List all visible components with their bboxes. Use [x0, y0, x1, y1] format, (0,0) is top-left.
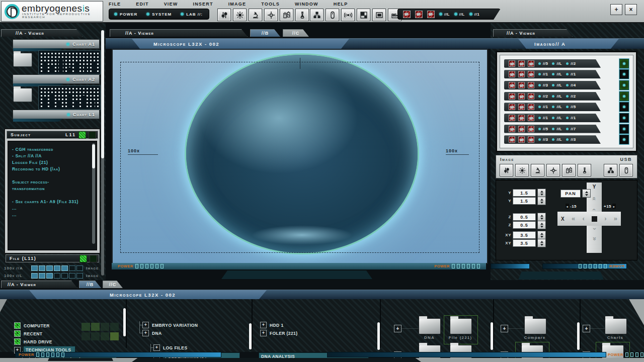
menu-file[interactable]: File — [109, 2, 121, 7]
imaging-row[interactable]: //2 //L //2 — [504, 92, 629, 101]
folder-icon[interactable] — [13, 53, 32, 67]
brightness-icon[interactable] — [515, 164, 529, 176]
menu-tools[interactable]: Tools — [261, 2, 280, 7]
folder-compare[interactable] — [524, 318, 546, 334]
record-icon[interactable] — [415, 11, 423, 18]
imaging-row[interactable]: //1 //L //5 — [504, 102, 629, 112]
pan-right-icon[interactable]: › — [604, 216, 606, 222]
layout-icon[interactable] — [357, 9, 370, 21]
folder-file-221[interactable] — [450, 318, 472, 334]
bottom-tab-c[interactable]: //C — [103, 281, 123, 288]
status-green-icon[interactable] — [78, 131, 86, 139]
xy-stepper[interactable]: XY3.5 — [502, 239, 546, 247]
pan-plus-15[interactable]: +15▸ — [604, 204, 616, 209]
bottom-tab-a[interactable]: //A - Viewer — [1, 281, 77, 288]
pan-right-fast-icon[interactable]: » — [614, 216, 617, 222]
row-indicator[interactable] — [619, 92, 629, 101]
pan-minus-15[interactable]: ◂-15 — [566, 204, 577, 209]
folder-dna[interactable] — [419, 318, 441, 334]
pan-crosshair-icon[interactable] — [546, 164, 560, 176]
expand-plus-icon[interactable] — [14, 322, 21, 329]
progress-bar[interactable] — [31, 273, 83, 279]
column-scrollbar[interactable] — [249, 323, 252, 349]
pan-horizontal-bar[interactable]: X « ‹ › » — [557, 212, 621, 226]
menu-image[interactable]: Image — [228, 2, 247, 7]
window-add-button[interactable]: + — [610, 4, 622, 15]
folder-icon[interactable] — [13, 88, 32, 102]
tree-item-log-files[interactable]: LOG FILES — [153, 344, 187, 351]
expand-plus-icon[interactable] — [501, 325, 508, 332]
row-indicator[interactable] — [619, 102, 629, 112]
network-icon[interactable] — [604, 164, 617, 176]
z-stepper[interactable]: Z0.5 — [502, 213, 546, 221]
menu-help[interactable]: Help — [334, 2, 348, 7]
chart-a1-header[interactable]: Chart A1 — [13, 39, 100, 49]
tree-item-foler-221[interactable]: FOLER (221) — [260, 330, 297, 336]
brightness-icon[interactable] — [233, 9, 247, 21]
chart-l1-header[interactable]: Chart L1 — [13, 110, 100, 119]
pan-mode-stepper[interactable]: PAN — [560, 189, 591, 198]
center-tab-b[interactable]: //B — [250, 29, 280, 37]
imaging-row[interactable]: //5 //L //7 — [504, 124, 629, 134]
left-viewer-tab[interactable]: //A - Viewer — [1, 29, 83, 37]
subject-header[interactable]: Subject L11 — [7, 131, 98, 139]
y-stepper[interactable]: Y1.5 — [502, 197, 546, 205]
power-toggle[interactable]: Power — [114, 12, 137, 17]
menu-view[interactable]: View — [164, 2, 178, 7]
row-indicator[interactable] — [619, 69, 629, 79]
expand-plus-icon[interactable] — [142, 330, 149, 336]
pan-up-fast-icon[interactable]: « — [591, 197, 597, 200]
y-stepper[interactable]: Y1.5 — [502, 189, 546, 197]
imaging-row[interactable]: //3 //L //4 — [504, 80, 629, 90]
tree-item-dna[interactable]: DNA — [142, 330, 162, 336]
sliders-icon[interactable] — [500, 164, 513, 176]
microscope-viewport[interactable]: 100x 100x — [112, 49, 488, 264]
row-indicator[interactable] — [619, 80, 629, 90]
center-tab-a[interactable]: //A - Viewer — [110, 29, 248, 37]
column-scrollbar[interactable] — [377, 322, 380, 350]
progress-bar[interactable] — [31, 265, 83, 271]
flask-icon[interactable] — [578, 164, 591, 176]
sidebar-scrollbar[interactable] — [101, 30, 104, 276]
subject-scrollbar[interactable] — [92, 143, 95, 244]
window-close-button[interactable]: × — [625, 4, 637, 15]
menu-edit[interactable]: Edit — [136, 2, 148, 7]
lab-toggle[interactable]: Lab //: — [181, 12, 203, 17]
pan-crosshair-icon[interactable] — [264, 9, 278, 21]
status-dark-icon[interactable] — [90, 255, 97, 262]
expand-plus-icon[interactable] — [142, 322, 149, 328]
selection-rectangle[interactable] — [120, 62, 479, 253]
signal-icon[interactable] — [341, 9, 355, 21]
imaging-row[interactable]: //3 //L //3 — [504, 135, 629, 144]
battery-icon[interactable] — [280, 9, 293, 21]
center-tab-c[interactable]: //C — [283, 29, 309, 37]
folder-charts[interactable] — [605, 318, 627, 334]
fullscreen-icon[interactable] — [372, 9, 386, 21]
row-indicator[interactable] — [619, 124, 629, 134]
network-icon[interactable] — [310, 9, 324, 21]
expand-plus-icon[interactable] — [14, 330, 21, 337]
expand-plus-icon[interactable] — [583, 325, 590, 332]
pan-center-icon[interactable] — [592, 216, 597, 222]
flask-icon[interactable] — [295, 9, 309, 21]
pan-down-fast-icon[interactable]: « — [591, 237, 597, 240]
file-panel-header[interactable]: File (L11) — [6, 254, 99, 262]
tree-item-hdd1[interactable]: HDD 1 — [260, 322, 284, 328]
pan-left-fast-icon[interactable]: « — [572, 216, 575, 222]
tree-item-hard-drive[interactable]: HARD DRIVE — [14, 338, 52, 345]
imaging-row[interactable]: //1 //L //1 — [504, 69, 629, 79]
status-dark-icon[interactable] — [89, 131, 96, 139]
tree-item-embryo-variation[interactable]: EMBRYO VARIATION — [142, 322, 198, 328]
menu-insert[interactable]: Insert — [193, 2, 213, 7]
mouse-icon[interactable] — [619, 164, 633, 176]
row-indicator[interactable] — [619, 113, 629, 123]
pan-left-icon[interactable]: ‹ — [582, 216, 584, 222]
record-icon[interactable] — [427, 11, 435, 18]
sliders-icon[interactable] — [217, 9, 231, 21]
column-scrollbar[interactable] — [491, 322, 493, 350]
expand-plus-icon[interactable] — [14, 338, 21, 345]
imaging-row[interactable]: //1 //L //1 — [504, 113, 629, 123]
z-stepper[interactable]: Z0.5 — [502, 221, 546, 229]
imaging-row[interactable]: //5 //L //2 — [504, 59, 629, 68]
row-indicator[interactable] — [619, 59, 629, 68]
